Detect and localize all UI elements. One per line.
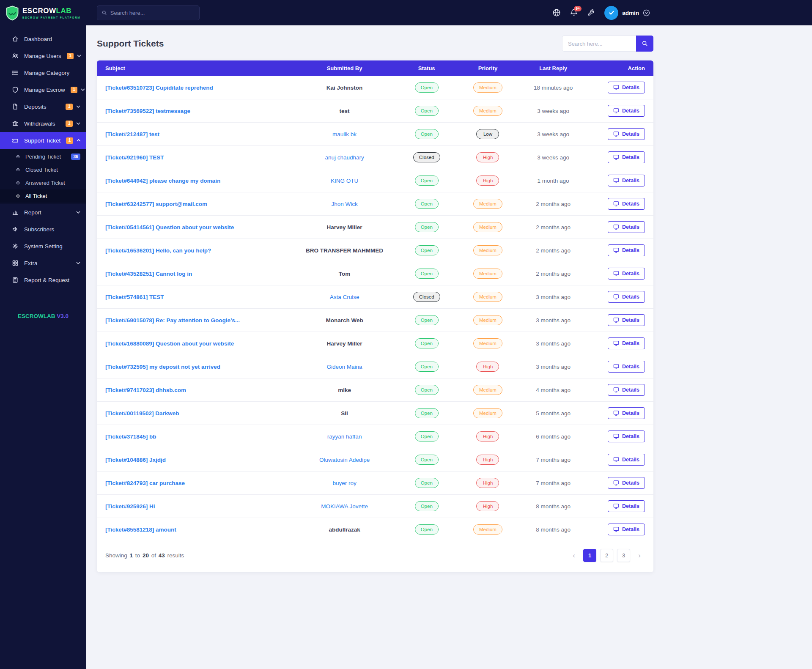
ticket-subject-link[interactable]: [Ticket#63510723] Cupiditate reprehend [105,85,213,91]
ticket-subject-link[interactable]: [Ticket#73569522] testmessage [105,108,190,114]
details-button[interactable]: Details [608,454,645,466]
submitted-by: Harvey Miller [327,340,362,347]
submitted-by[interactable]: Oluwatosin Adedipe [319,457,370,463]
sidebar-item-all-ticket[interactable]: All Ticket [0,189,86,203]
sidebar-item-system-setting[interactable]: System Setting [0,238,86,255]
submitted-by[interactable]: buyer roy [332,480,356,486]
ticket-subject-link[interactable]: [Ticket#85581218] amount [105,526,176,533]
details-button[interactable]: Details [608,198,645,210]
details-button[interactable]: Details [608,477,645,489]
pagination-prev[interactable]: ‹ [568,549,579,562]
ticket-subject-link[interactable]: [Ticket#732595] my deposit not yet arriv… [105,364,220,370]
submitted-by[interactable]: anuj chaudhary [325,154,364,161]
details-button[interactable]: Details [608,314,645,326]
bell-icon[interactable]: 9+ [570,8,578,17]
chevron-up-icon [77,139,81,142]
table-search-button[interactable] [636,36,653,52]
ticket-subject-link[interactable]: [Ticket#69015078] Re: Pay attention to G… [105,317,240,324]
details-button[interactable]: Details [608,128,645,140]
sidebar-item-dashboard[interactable]: Dashboard [0,30,86,47]
ticket-subject-link[interactable]: [Ticket#97417023] dhhsb.com [105,387,186,393]
details-button[interactable]: Details [608,151,645,163]
pagination-page-1[interactable]: 1 [583,549,596,562]
details-button[interactable]: Details [608,361,645,373]
ticket-subject-link[interactable]: [Ticket#43528251] Cannot log in [105,271,192,277]
submitted-by[interactable]: maulik bk [332,131,357,137]
sidebar-item-extra[interactable]: Extra [0,255,86,271]
submitted-by: BRO TRANSFER MAHMMED [306,247,383,254]
page-head: Support Tickets [97,36,653,52]
chart-icon [12,209,19,216]
details-button[interactable]: Details [608,407,645,419]
submitted-by[interactable]: Jhon Wick [331,201,357,207]
ticket-subject-link[interactable]: [Ticket#921960] TEST [105,154,164,161]
details-button[interactable]: Details [608,430,645,442]
sidebar-item-deposits[interactable]: Deposits 1 [0,98,86,115]
details-button[interactable]: Details [608,268,645,280]
ticket-subject-link[interactable]: [Ticket#574861] TEST [105,294,164,300]
sidebar-item-manage-users[interactable]: Manage Users 1 [0,47,86,64]
submitted-by: Monarch Web [326,317,363,324]
brand-logo[interactable]: ESCROWLAB ESCROW PAYMENT PLATFORM [0,0,86,26]
sidebar-item-support-ticket[interactable]: Support Ticket 1 [0,132,86,149]
user-menu[interactable]: admin [604,6,650,20]
wrench-icon[interactable] [587,8,595,17]
details-button[interactable]: Details [608,244,645,256]
summary-text: Showing [105,552,127,559]
status-badge: Open [415,315,439,325]
monitor-icon [613,387,619,393]
submitted-by[interactable]: Gideon Maina [327,364,362,370]
details-button[interactable]: Details [608,384,645,396]
table-search-input[interactable] [562,36,636,52]
sidebar-item-subscribers[interactable]: Subscribers [0,221,86,238]
submitted-by[interactable]: MOKIAWA Jovette [321,503,368,510]
ticket-subject-link[interactable]: [Ticket#644942] please change my domain [105,178,220,184]
sidebar-item-report-request[interactable]: Report & Request [0,271,86,288]
monitor-icon [613,224,619,230]
sidebar-item-manage-escrow[interactable]: Manage Escrow 1 [0,81,86,98]
ticket-subject-link[interactable]: [Ticket#824793] car purchase [105,480,185,486]
ticket-subject-link[interactable]: [Ticket#00119502] Darkweb [105,410,179,417]
ticket-subject-link[interactable]: [Ticket#925926] Hi [105,503,155,510]
details-button[interactable]: Details [608,221,645,233]
details-button[interactable]: Details [608,291,645,303]
details-button[interactable]: Details [608,337,645,349]
ticket-subject-link[interactable]: [Ticket#104886] Jxjdjd [105,457,166,463]
monitor-icon [613,247,619,253]
details-label: Details [622,85,639,90]
pagination-next[interactable]: › [634,549,645,562]
sidebar-item-report[interactable]: Report [0,204,86,221]
submitted-by[interactable]: KING OTU [331,178,358,184]
submitted-by: SII [341,410,348,417]
details-label: Details [622,457,639,463]
details-button[interactable]: Details [608,105,645,117]
ticket-subject-link[interactable]: [Ticket#63242577] support@mail.com [105,201,207,207]
sidebar-item-answered-ticket[interactable]: Answered Ticket [0,176,86,189]
submitted-by[interactable]: rayyan haffan [327,433,362,440]
globe-icon[interactable] [552,8,561,17]
sidebar-item-pending-ticket[interactable]: Pending Ticket 36 [0,150,86,163]
details-label: Details [622,108,639,114]
monitor-icon [613,154,619,160]
topbar-search-input[interactable] [110,10,195,16]
details-button[interactable]: Details [608,82,645,93]
ticket-subject-link[interactable]: [Ticket#16536201] Hello, can you help? [105,247,211,254]
pagination-page-3[interactable]: 3 [617,549,630,562]
count-badge: 1 [67,53,74,59]
users-icon [12,52,19,59]
ticket-subject-link[interactable]: [Ticket#16880089] Question about your we… [105,340,234,347]
details-button[interactable]: Details [608,175,645,186]
table-row: [Ticket#97417023] dhhsb.com mike Open Me… [97,378,653,402]
details-button[interactable]: Details [608,524,645,535]
status-badge: Open [415,269,439,278]
submitted-by[interactable]: Asta Cruise [330,294,359,300]
column-header-action: Action [592,60,653,76]
sidebar-item-manage-category[interactable]: Manage Category [0,64,86,81]
ticket-subject-link[interactable]: [Ticket#371845] bb [105,433,156,440]
sidebar-item-withdrawals[interactable]: Withdrawals 1 [0,115,86,132]
sidebar-item-closed-ticket[interactable]: Closed Ticket [0,163,86,176]
ticket-subject-link[interactable]: [Ticket#05414561] Question about your we… [105,224,234,230]
pagination-page-2[interactable]: 2 [600,549,613,562]
details-button[interactable]: Details [608,500,645,512]
ticket-subject-link[interactable]: [Ticket#212487] test [105,131,159,137]
